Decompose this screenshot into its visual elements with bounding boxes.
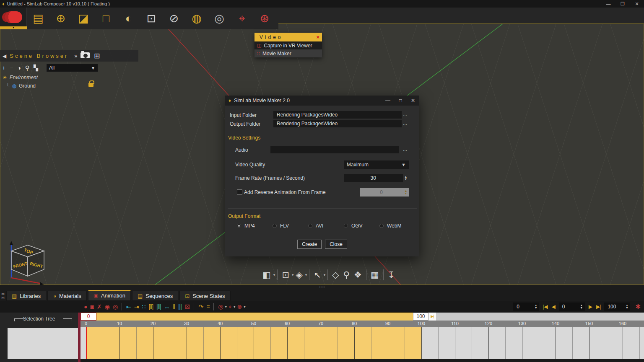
go-to-start-icon[interactable]: ⇤ [126, 303, 131, 310]
scene-library-icon[interactable]: ⊡ [140, 8, 163, 29]
tab-materials[interactable]: ◑ Materials [47, 291, 87, 301]
tab-scene-states[interactable]: ⊡ Scene States [179, 291, 230, 301]
range-start-box[interactable]: 0 [80, 313, 96, 321]
timeline-ruler[interactable]: 0102030405060708090100110120130140150160 [80, 321, 644, 327]
lock-icon[interactable] [88, 83, 93, 87]
search-icon[interactable]: ⚲ [25, 65, 29, 71]
edit-3d-icon[interactable]: ◪ [72, 8, 95, 29]
navigate-mode-icon[interactable]: ◧ [262, 270, 271, 280]
zoom-extents-dropdown-icon[interactable]: ▾ [292, 273, 294, 277]
frame-rate-spinner[interactable]: ▲▼ [344, 174, 409, 182]
isolate-icon[interactable]: ◑ [17, 65, 21, 71]
navigation-cube[interactable]: TOP FRONT RIGHT [5, 238, 49, 286]
format-radio-flv[interactable]: FLV [273, 223, 308, 229]
timeline-settings-icon[interactable]: ✱ [635, 303, 641, 310]
window-close-button[interactable]: ✕ [630, 0, 644, 8]
lens-effects-icon[interactable]: ◎ [208, 8, 231, 29]
movie-tools-icon[interactable]: ⊛ [237, 303, 242, 310]
show-animation-icon[interactable]: ◉ [105, 303, 109, 310]
radio-icon[interactable] [237, 224, 241, 228]
radio-icon[interactable] [273, 224, 277, 228]
dialog-maximize-button[interactable]: □ [394, 98, 407, 103]
video-quality-dropdown[interactable]: Maximum ▼ [344, 160, 409, 169]
range-bar[interactable] [96, 313, 413, 321]
screenshot-camera-icon[interactable] [80, 52, 90, 60]
spinner-arrows[interactable]: ▲▼ [623, 303, 630, 310]
radio-icon[interactable] [308, 224, 312, 228]
render-icon[interactable]: ⊘ [163, 8, 185, 29]
frame-rate-field[interactable] [344, 174, 403, 182]
previous-frame-button[interactable]: ◀ [552, 304, 555, 310]
standard-views-dropdown-icon[interactable]: ▾ [305, 273, 307, 277]
radio-icon[interactable] [344, 224, 348, 228]
link-icon[interactable]: ▚ [34, 65, 38, 71]
select-mode-icon[interactable]: ↖ [314, 270, 321, 280]
go-to-start-button[interactable]: |◀ [543, 304, 547, 310]
remove-icon[interactable]: − [10, 65, 13, 71]
create-button[interactable]: Create [297, 240, 322, 249]
reverse-animation-checkbox[interactable] [237, 189, 242, 195]
window-maximize-button[interactable]: ❐ [615, 0, 630, 8]
video-icon[interactable]: ⊛ [253, 8, 276, 29]
tree-item-ground[interactable]: └ ◍ Ground [0, 82, 138, 90]
format-radio-webm[interactable]: WebM [379, 223, 415, 229]
materials-icon[interactable]: ◐ [117, 8, 140, 29]
dialog-titlebar[interactable]: ♦ SimLab Movie Maker 2.0 — □ ✕ [225, 96, 419, 106]
panel-dock-icons[interactable]: ⋈ ⋈ [1, 292, 5, 300]
range-end-icon[interactable]: ▶| [428, 313, 436, 321]
radio-icon[interactable] [379, 224, 384, 228]
export-animation-icon[interactable]: ↷ [198, 303, 203, 310]
output-folder-browse-button[interactable]: ... [403, 120, 407, 126]
go-to-end-button[interactable]: ▶| [596, 304, 600, 310]
select-mode-dropdown-icon[interactable]: ▾ [324, 273, 326, 277]
vr-viewer-icon[interactable]: ⌖ [231, 8, 253, 29]
close-button[interactable]: Close [325, 240, 347, 249]
key-density-icon[interactable]: |‖| [156, 303, 161, 310]
close-icon[interactable]: × [316, 34, 319, 40]
movie-tools-dropdown-icon[interactable]: ▾ [244, 305, 246, 309]
go-to-end-icon[interactable]: ⇥ [134, 303, 139, 310]
tab-animation[interactable]: ◉ Animation [88, 290, 131, 301]
simlab-menu-caret[interactable]: ▼ [0, 26, 27, 29]
selected-keys-icon[interactable]: ||| [178, 303, 182, 310]
window-minimize-button[interactable]: — [601, 0, 615, 8]
capture-frame-icon[interactable]: ⊞ [94, 52, 100, 60]
move-tool-icon[interactable]: ⊕ [49, 8, 72, 29]
current-frame-spinner[interactable]: 0 ▲▼ [559, 303, 585, 311]
dock-icon[interactable]: ⋈ [1, 292, 5, 296]
animation-library-icon[interactable]: ◎ [218, 303, 223, 310]
render-layers-icon[interactable]: ❖ [354, 270, 362, 280]
open-file-icon[interactable]: ▤ [27, 8, 49, 29]
animation-library-dropdown-icon[interactable]: ▾ [225, 305, 227, 309]
format-radio-mp4[interactable]: MP4 [237, 223, 273, 229]
tab-sequences[interactable]: ▤ Sequences [132, 291, 178, 301]
director-chair-icon[interactable]: ✗ [97, 303, 101, 310]
add-icon[interactable]: + [2, 65, 5, 71]
move-keys-icon[interactable]: ↔ [164, 303, 169, 310]
standard-views-icon[interactable]: ◈ [296, 270, 303, 280]
timeline-end-spinner[interactable]: 100 ▲▼ [604, 303, 630, 311]
zoom-window-icon[interactable]: ⚲ [343, 270, 350, 280]
play-button[interactable]: ▶ [589, 304, 592, 310]
spinner-arrows[interactable]: ▲▼ [532, 303, 539, 310]
timeline-tracks[interactable] [80, 327, 644, 359]
expand-panel-icon[interactable]: » [74, 53, 76, 59]
geo-location-icon[interactable]: ◍ [185, 8, 208, 29]
spinner-arrows[interactable]: ▲▼ [578, 303, 585, 310]
navigate-mode-dropdown-icon[interactable]: ▾ [273, 273, 275, 277]
collapse-panel-icon[interactable]: ◀ [3, 53, 6, 59]
range-end-box[interactable]: 100 [413, 313, 428, 321]
tab-libraries[interactable]: ▥ Libraries [6, 291, 46, 301]
simlab-menu-button[interactable]: ▼ [0, 8, 27, 29]
panel-resize-handle[interactable]: • • • [0, 285, 644, 290]
timeline-start-spinner[interactable]: 0 ▲▼ [513, 303, 539, 311]
audio-browse-button[interactable]: ... [403, 146, 407, 152]
spinner-arrows[interactable]: ▲▼ [403, 174, 409, 182]
import-icon[interactable]: ↧ [388, 270, 395, 280]
animation-list-icon[interactable]: ≡ [206, 303, 209, 310]
camera-animation-dropdown-icon[interactable]: ▾ [234, 305, 236, 309]
menu-item-capture-in-vr-viewer[interactable]: ◫ Capture in VR Viewer [254, 41, 322, 49]
audio-field[interactable] [270, 146, 399, 153]
dialog-minimize-button[interactable]: — [382, 98, 394, 103]
delete-keys-icon[interactable]: ☒ [185, 303, 190, 310]
